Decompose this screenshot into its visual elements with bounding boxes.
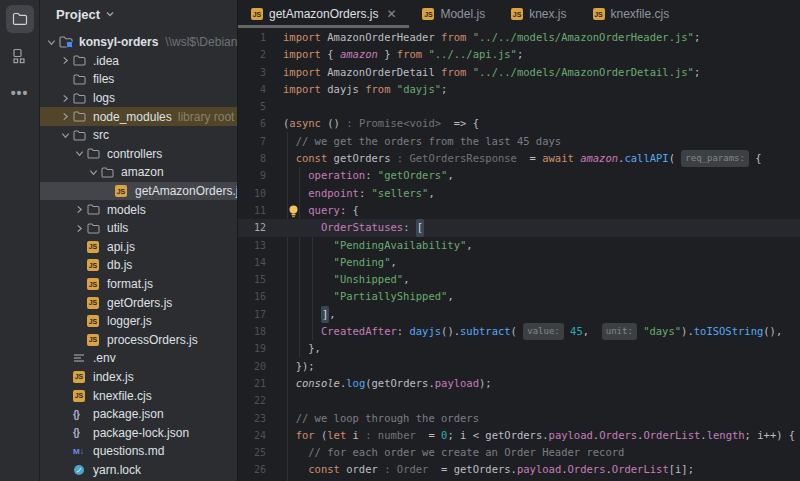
line-number[interactable]: 26 bbox=[238, 461, 266, 478]
code-line-26[interactable]: 26 const order : Order = getOrders.paylo… bbox=[238, 461, 800, 478]
tree-chevron[interactable] bbox=[58, 56, 73, 65]
tree-chevron[interactable] bbox=[86, 168, 101, 177]
tree-chevron[interactable] bbox=[44, 38, 59, 47]
line-number[interactable]: 20 bbox=[238, 358, 266, 375]
tree-item-konsyl-orders[interactable]: konsyl-orders\\wsl$\Debian\var\ap bbox=[40, 33, 237, 52]
tool-window-button-project[interactable] bbox=[6, 5, 34, 33]
code-line-9[interactable]: 9 operation: "getOrders", bbox=[238, 167, 800, 184]
code-line-21[interactable]: 21 console.log(getOrders.payload); bbox=[238, 375, 800, 392]
code-line-14[interactable]: 14 "Pending", bbox=[238, 254, 800, 271]
line-number[interactable]: 1 bbox=[238, 29, 266, 46]
tree-item-db.js[interactable]: JSdb.js bbox=[40, 256, 237, 275]
tree-chevron[interactable] bbox=[58, 131, 73, 140]
tree-item-logger.js[interactable]: JSlogger.js bbox=[40, 312, 237, 331]
chevron-right-icon[interactable] bbox=[75, 224, 84, 233]
code-line-2[interactable]: 2import { amazon } from "../../api.js"; bbox=[238, 46, 800, 63]
tree-item-.env[interactable]: .env bbox=[40, 349, 237, 368]
tab-Model.js[interactable]: JSModel.js bbox=[409, 0, 498, 28]
line-number[interactable]: 5 bbox=[238, 98, 266, 115]
close-icon[interactable]: ✕ bbox=[386, 8, 396, 20]
line-number[interactable]: 3 bbox=[238, 64, 266, 81]
line-number[interactable]: 17 bbox=[238, 306, 266, 323]
chevron-down-icon[interactable] bbox=[61, 131, 70, 140]
tab-knexfile.cjs[interactable]: JSknexfile.cjs bbox=[580, 0, 683, 28]
code-line-8[interactable]: 8 const getOrders : GetOrdersResponse = … bbox=[238, 150, 800, 167]
line-number[interactable]: 19 bbox=[238, 340, 266, 357]
tree-item-models[interactable]: models bbox=[40, 200, 237, 219]
code-line-5[interactable]: 5 bbox=[238, 98, 800, 115]
code-line-24[interactable]: 24 for (let i : number = 0; i < getOrder… bbox=[238, 427, 800, 444]
code-line-4[interactable]: 4import dayjs from "dayjs"; bbox=[238, 81, 800, 98]
line-number[interactable]: 21 bbox=[238, 375, 266, 392]
tree-item-getAmazonOrders.js[interactable]: JSgetAmazonOrders.js bbox=[40, 182, 237, 201]
tree-item-package-lock.json[interactable]: {}package-lock.json bbox=[40, 423, 237, 442]
code-line-1[interactable]: 1import AmazonOrderHeader from "../../mo… bbox=[238, 29, 800, 46]
tree-chevron[interactable] bbox=[72, 224, 87, 233]
line-number[interactable]: 7 bbox=[238, 133, 266, 150]
chevron-right-icon[interactable] bbox=[61, 112, 70, 121]
tool-window-button-structure[interactable] bbox=[6, 42, 34, 70]
tree-item-knexfile.cjs[interactable]: JSknexfile.cjs bbox=[40, 386, 237, 405]
code-line-10[interactable]: 10 endpoint: "sellers", bbox=[238, 185, 800, 202]
line-number[interactable]: 23 bbox=[238, 410, 266, 427]
tree-item-logs[interactable]: logs bbox=[40, 89, 237, 108]
line-number[interactable]: 14 bbox=[238, 254, 266, 271]
line-number[interactable]: 10 bbox=[238, 185, 266, 202]
tab-getAmazonOrders.js[interactable]: JSgetAmazonOrders.js✕ bbox=[238, 0, 409, 28]
chevron-right-icon[interactable] bbox=[61, 94, 70, 103]
tree-chevron[interactable] bbox=[72, 149, 87, 158]
tree-item-.idea[interactable]: .idea bbox=[40, 52, 237, 71]
tree-item-package.json[interactable]: {}package.json bbox=[40, 405, 237, 424]
code-line-6[interactable]: 6(async () : Promise<void> => { bbox=[238, 115, 800, 132]
code-line-12[interactable]: 12 OrderStatuses: [ bbox=[238, 219, 800, 236]
tree-item-amazon[interactable]: amazon bbox=[40, 163, 237, 182]
code-line-22[interactable]: 22 bbox=[238, 392, 800, 409]
tree-item-files[interactable]: files bbox=[40, 70, 237, 89]
code-line-13[interactable]: 13 "PendingAvailability", bbox=[238, 237, 800, 254]
line-number[interactable]: 18 bbox=[238, 323, 266, 340]
line-number[interactable]: 24 bbox=[238, 427, 266, 444]
line-number[interactable]: 13 bbox=[238, 237, 266, 254]
tree-item-questions.md[interactable]: M↓questions.md bbox=[40, 442, 237, 461]
chevron-right-icon[interactable] bbox=[75, 205, 84, 214]
tree-chevron[interactable] bbox=[72, 205, 87, 214]
tree-item-processOrders.js[interactable]: JSprocessOrders.js bbox=[40, 331, 237, 350]
code-line-19[interactable]: 19 }, bbox=[238, 340, 800, 357]
tree-item-yarn.lock[interactable]: yarn.lock bbox=[40, 461, 237, 480]
tree-chevron[interactable] bbox=[58, 112, 73, 121]
code-line-20[interactable]: 20 }); bbox=[238, 358, 800, 375]
project-panel-header[interactable]: Project bbox=[40, 0, 237, 28]
tree-item-node_modules[interactable]: node_moduleslibrary root bbox=[40, 107, 237, 126]
tree-item-controllers[interactable]: controllers bbox=[40, 145, 237, 164]
code-line-11[interactable]: 11 query: { bbox=[238, 202, 800, 219]
code-line-16[interactable]: 16 "PartiallyShipped", bbox=[238, 288, 800, 305]
chevron-right-icon[interactable] bbox=[61, 56, 70, 65]
line-number[interactable]: 22 bbox=[238, 392, 266, 409]
line-number[interactable]: 16 bbox=[238, 288, 266, 305]
line-number[interactable]: 4 bbox=[238, 81, 266, 98]
tree-chevron[interactable] bbox=[58, 94, 73, 103]
chevron-down-icon[interactable] bbox=[75, 149, 84, 158]
line-number[interactable]: 2 bbox=[238, 46, 266, 63]
line-number[interactable]: 11 bbox=[238, 202, 266, 219]
tree-item-format.js[interactable]: JSformat.js bbox=[40, 275, 237, 294]
tool-window-button-more[interactable]: ••• bbox=[6, 79, 34, 107]
tree-item-getOrders.js[interactable]: JSgetOrders.js bbox=[40, 293, 237, 312]
code-line-3[interactable]: 3import AmazonOrderDetail from "../../mo… bbox=[238, 64, 800, 81]
code-line-7[interactable]: 7 // we get the orders from the last 45 … bbox=[238, 133, 800, 150]
tree-item-index.js[interactable]: JSindex.js bbox=[40, 368, 237, 387]
chevron-down-icon[interactable] bbox=[89, 168, 98, 177]
line-number[interactable]: 9 bbox=[238, 167, 266, 184]
code-editor[interactable]: 1import AmazonOrderHeader from "../../mo… bbox=[238, 28, 800, 481]
line-number[interactable]: 25 bbox=[238, 444, 266, 461]
code-line-18[interactable]: 18 CreatedAfter: dayjs().subtract( value… bbox=[238, 323, 800, 340]
code-line-25[interactable]: 25 // for each order we create an Order … bbox=[238, 444, 800, 461]
line-number[interactable]: 6 bbox=[238, 115, 266, 132]
tree-item-api.js[interactable]: JSapi.js bbox=[40, 238, 237, 257]
tree-item-utils[interactable]: utils bbox=[40, 219, 237, 238]
code-line-15[interactable]: 15 "Unshipped", bbox=[238, 271, 800, 288]
line-number[interactable]: 8 bbox=[238, 150, 266, 167]
line-number[interactable]: 15 bbox=[238, 271, 266, 288]
chevron-down-icon[interactable] bbox=[47, 38, 56, 47]
tree-item-src[interactable]: src bbox=[40, 126, 237, 145]
